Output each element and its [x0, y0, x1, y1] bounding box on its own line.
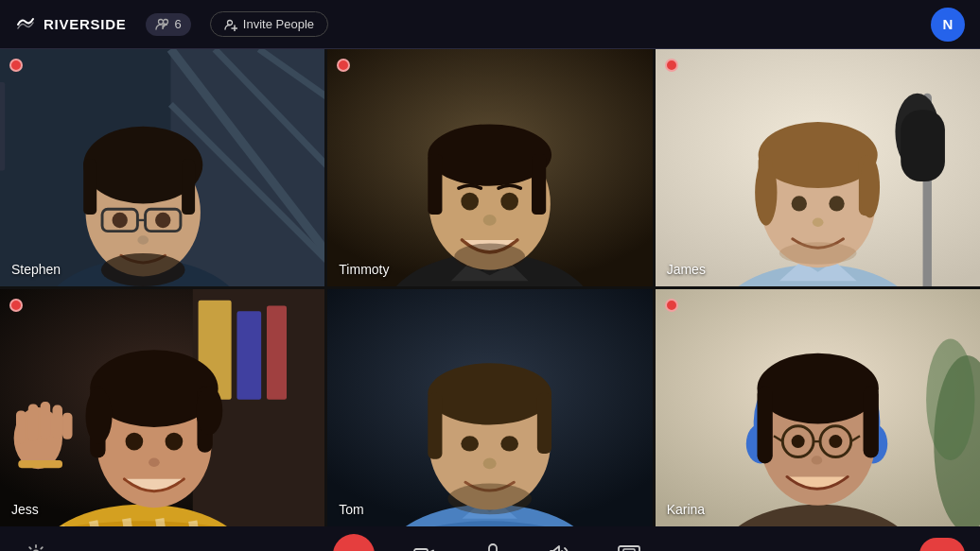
- rec-indicator-james: [665, 59, 678, 72]
- svg-point-49: [812, 218, 823, 227]
- svg-rect-67: [53, 405, 63, 439]
- cam-icon: [404, 538, 446, 552]
- toolbar: Settings Recording Cam: [0, 526, 980, 551]
- settings-icon: [15, 537, 57, 552]
- svg-rect-84: [429, 393, 443, 459]
- cam-control[interactable]: Cam: [394, 538, 455, 552]
- svg-point-48: [829, 196, 844, 211]
- leave-control[interactable]: Leave: [919, 538, 965, 552]
- svg-rect-64: [16, 410, 26, 443]
- video-grid: Stephen: [0, 49, 980, 526]
- svg-rect-30: [532, 154, 546, 215]
- recording-control[interactable]: Recording: [321, 534, 387, 552]
- riverside-logo-icon: [15, 14, 36, 35]
- svg-point-78: [149, 458, 160, 467]
- person-add-icon: [224, 18, 237, 31]
- video-cell-stephen: Stephen: [0, 49, 324, 286]
- share-icon: [608, 538, 650, 552]
- rec-indicator-stephen: [9, 59, 23, 72]
- settings-control[interactable]: Settings: [15, 537, 57, 552]
- toolbar-center-controls: Recording Cam Mic: [321, 534, 659, 552]
- speaker-control[interactable]: Speaker: [531, 538, 591, 552]
- header-left: RIVERSIDE 6 Invite People: [15, 11, 328, 37]
- svg-rect-66: [41, 402, 51, 439]
- svg-point-74: [86, 388, 113, 443]
- svg-point-45: [755, 160, 777, 226]
- svg-rect-56: [267, 306, 287, 400]
- svg-rect-68: [62, 413, 73, 439]
- svg-point-1: [163, 19, 167, 24]
- participant-name-timmoty: Timmoty: [339, 262, 389, 277]
- portrait-tom: [327, 289, 652, 526]
- portrait-james: [656, 49, 980, 286]
- leave-button[interactable]: [919, 538, 965, 552]
- video-cell-james: James: [656, 49, 980, 286]
- svg-rect-99: [757, 387, 772, 464]
- svg-rect-15: [83, 160, 96, 215]
- svg-point-83: [429, 363, 552, 424]
- portrait-karina: [656, 289, 980, 526]
- svg-point-93: [926, 339, 974, 460]
- svg-point-50: [779, 242, 856, 264]
- portrait-stephen: [0, 49, 324, 286]
- svg-point-32: [501, 193, 519, 211]
- avatar-initial: N: [943, 16, 954, 32]
- svg-point-75: [196, 387, 222, 435]
- participant-name-jess: Jess: [11, 502, 39, 517]
- user-avatar[interactable]: N: [931, 8, 965, 42]
- video-cell-timmoty: Timmoty: [327, 49, 652, 286]
- logo: RIVERSIDE: [15, 14, 127, 35]
- video-cell-karina: Karina: [656, 289, 980, 526]
- svg-point-46: [860, 156, 880, 217]
- participant-name-tom: Tom: [339, 502, 363, 517]
- svg-point-22: [137, 235, 149, 244]
- svg-point-76: [126, 433, 144, 451]
- invite-people-button[interactable]: Invite People: [210, 11, 328, 37]
- video-cell-jess: Jess: [0, 289, 324, 526]
- mic-control[interactable]: Mic: [463, 538, 523, 552]
- phone-hang-up-icon: [933, 548, 952, 552]
- svg-point-108: [811, 456, 822, 464]
- rec-indicator-karina: [665, 299, 678, 312]
- svg-rect-16: [182, 160, 195, 215]
- svg-point-47: [791, 196, 806, 211]
- portrait-jess: [0, 289, 324, 526]
- svg-point-2: [227, 20, 232, 25]
- participant-name-stephen: Stephen: [11, 262, 61, 277]
- svg-point-31: [462, 193, 480, 211]
- svg-point-0: [158, 19, 163, 24]
- svg-point-106: [791, 435, 804, 448]
- svg-rect-39: [901, 110, 945, 181]
- svg-rect-85: [537, 393, 551, 454]
- svg-point-21: [155, 213, 170, 228]
- svg-rect-29: [429, 154, 443, 215]
- participants-count: 6: [175, 17, 182, 31]
- participant-name-james: James: [667, 262, 706, 277]
- svg-point-98: [757, 353, 878, 424]
- svg-point-33: [483, 215, 497, 226]
- people-icon: [155, 17, 170, 32]
- invite-label: Invite People: [243, 17, 314, 31]
- svg-point-107: [829, 435, 842, 448]
- svg-rect-55: [236, 311, 261, 399]
- video-cell-tom: Tom: [327, 289, 652, 526]
- svg-rect-65: [28, 404, 39, 441]
- share-control[interactable]: Share: [599, 538, 659, 552]
- svg-point-20: [113, 213, 128, 228]
- app-name: RIVERSIDE: [44, 16, 127, 32]
- portrait-timmoty: [327, 49, 652, 286]
- header: RIVERSIDE 6 Invite People N: [0, 0, 980, 49]
- svg-rect-100: [863, 387, 878, 458]
- rec-indicator-jess: [9, 299, 23, 312]
- participant-name-karina: Karina: [667, 502, 705, 517]
- svg-point-77: [166, 433, 184, 451]
- svg-point-89: [448, 483, 533, 514]
- svg-point-86: [462, 436, 480, 451]
- svg-point-34: [455, 243, 526, 269]
- mic-icon: [472, 538, 514, 552]
- svg-point-23: [101, 253, 185, 286]
- speaker-icon: [540, 538, 582, 552]
- svg-rect-11: [0, 82, 5, 170]
- participants-badge: 6: [146, 13, 191, 36]
- recording-icon: [333, 534, 375, 552]
